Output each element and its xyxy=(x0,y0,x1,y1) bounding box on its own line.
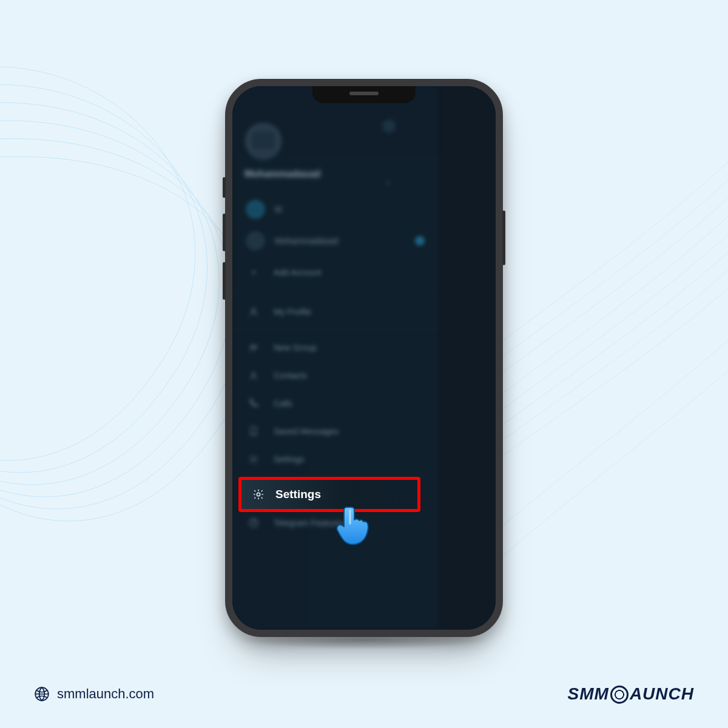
brand-text-right: AUNCH xyxy=(630,684,694,704)
group-icon xyxy=(247,342,260,353)
phone-volume-down xyxy=(223,262,226,300)
gear-icon xyxy=(247,454,260,465)
add-account-label: Add Account xyxy=(274,268,322,277)
phone-speaker xyxy=(349,92,379,95)
profile-header[interactable]: Mohammadasad xyxy=(232,110,438,187)
svg-point-3 xyxy=(252,373,255,376)
menu-new-group[interactable]: New Group xyxy=(232,334,438,362)
account-item[interactable]: Mohammadasad xyxy=(232,225,438,257)
menu-label: Contacts xyxy=(274,371,307,380)
profile-name: Mohammadasad xyxy=(244,169,426,180)
active-account-dot xyxy=(415,236,425,246)
menu-label: Calls xyxy=(274,399,292,408)
brand-text-left: SMM xyxy=(568,684,609,704)
help-icon xyxy=(247,517,260,528)
menu-label: New Group xyxy=(274,343,317,352)
phone-side-button xyxy=(223,177,226,198)
menu-label: Settings xyxy=(274,454,305,464)
svg-point-4 xyxy=(252,458,255,461)
phone-power-button xyxy=(502,211,505,265)
phone-volume-up xyxy=(223,214,226,251)
footer: smmlaunch.com SMM AUNCH xyxy=(0,684,728,704)
settings-label: Settings xyxy=(275,488,321,501)
menu-my-profile[interactable]: My Profile xyxy=(232,298,438,326)
brand-logo: SMM AUNCH xyxy=(568,684,694,704)
globe-icon xyxy=(34,686,50,702)
add-account-item[interactable]: ＋ Add Account xyxy=(232,257,438,288)
svg-point-2 xyxy=(255,346,257,348)
account-avatar xyxy=(246,200,265,219)
phone-icon xyxy=(247,398,260,409)
menu-label: Saved Messages xyxy=(274,426,339,436)
account-name: M xyxy=(275,204,425,214)
menu-saved-messages[interactable]: Saved Messages xyxy=(232,417,438,445)
account-list: M Mohammadasad ＋ Add Account xyxy=(232,187,438,293)
avatar xyxy=(244,123,282,160)
phone-screen: Mohammadasad ⌃ M Mohammadasad ＋ xyxy=(232,86,496,630)
menu-contacts[interactable]: Contacts xyxy=(232,362,438,389)
contacts-icon xyxy=(247,370,260,381)
bookmark-icon xyxy=(247,426,260,437)
highlighted-settings-item[interactable]: Settings xyxy=(238,477,420,512)
svg-point-8 xyxy=(257,493,260,496)
menu-label: Telegram Features xyxy=(274,518,345,528)
menu-label: My Profile xyxy=(274,307,311,317)
footer-site[interactable]: smmlaunch.com xyxy=(34,686,154,702)
menu-calls[interactable]: Calls xyxy=(232,389,438,417)
svg-point-1 xyxy=(251,345,254,348)
cursor-hand-icon xyxy=(335,504,374,548)
account-name: Mohammadasad xyxy=(275,236,405,246)
menu-separator xyxy=(232,329,438,330)
user-icon xyxy=(247,306,260,317)
brand-ring-icon xyxy=(610,686,629,704)
account-avatar xyxy=(246,231,265,251)
plus-icon: ＋ xyxy=(247,265,260,279)
chevron-up-icon[interactable]: ⌃ xyxy=(385,180,392,190)
svg-point-7 xyxy=(253,525,254,525)
footer-url: smmlaunch.com xyxy=(57,686,154,702)
svg-point-0 xyxy=(252,308,255,312)
menu-settings[interactable]: Settings xyxy=(232,445,438,473)
phone-frame: Mohammadasad ⌃ M Mohammadasad ＋ xyxy=(225,79,503,637)
gear-icon xyxy=(252,488,265,500)
account-item[interactable]: M xyxy=(232,194,438,225)
theme-toggle-icon[interactable] xyxy=(382,120,396,133)
